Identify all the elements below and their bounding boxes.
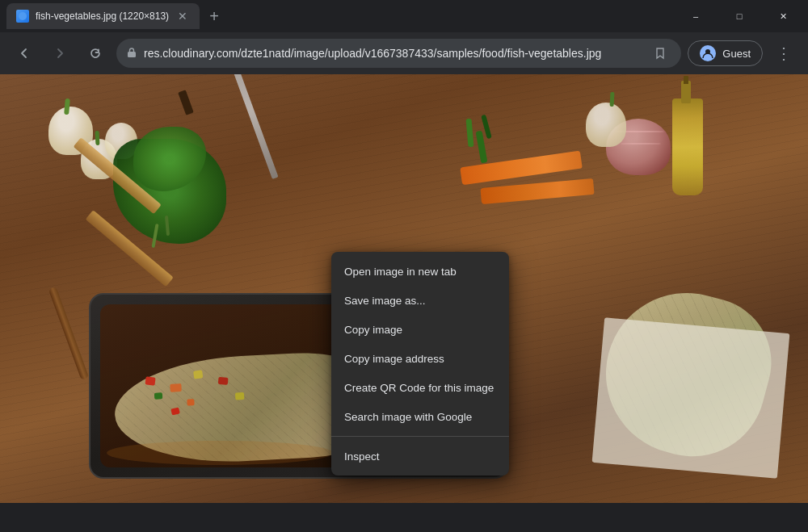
oil-bottle-cap	[684, 76, 688, 84]
context-menu: Open image in new tab Save image as... C…	[331, 252, 509, 475]
new-tab-button[interactable]: +	[203, 5, 225, 27]
yellow-veg-topping	[193, 370, 203, 379]
address-bar[interactable]: res.cloudinary.com/dzte1natd/image/uploa…	[116, 39, 681, 68]
maximize-button[interactable]: □	[721, 3, 758, 29]
oil-bottle-neck-decoration	[681, 81, 691, 103]
onion-layer2	[621, 143, 661, 145]
green-veg-topping	[154, 392, 162, 400]
reload-button[interactable]	[81, 39, 110, 68]
forward-button[interactable]	[45, 39, 74, 68]
context-menu-item-open-new-tab[interactable]: Open image in new tab	[331, 257, 509, 286]
context-menu-item-create-qr[interactable]: Create QR Code for this image	[331, 373, 509, 402]
context-menu-item-copy-image[interactable]: Copy image	[331, 315, 509, 344]
knife-decoration	[222, 74, 278, 179]
profile-label: Guest	[722, 48, 751, 60]
profile-button[interactable]: Guest	[688, 40, 763, 66]
browser-content: Open image in new tab Save image as... C…	[0, 74, 808, 503]
carrot1-decoration	[460, 151, 583, 186]
red-veg-topping2	[218, 377, 229, 385]
bookmark-button[interactable]	[649, 42, 671, 65]
pan-sauce	[107, 441, 333, 465]
context-menu-item-search-google[interactable]: Search image with Google	[331, 402, 509, 431]
oil-bottle-decoration	[672, 98, 703, 195]
garlic-right-decoration	[586, 103, 626, 147]
red-veg-topping	[145, 376, 155, 385]
garlic-right-stem	[610, 92, 615, 107]
orange-veg-topping2	[187, 399, 194, 405]
active-tab[interactable]: fish-vegetables.jpg (1220×813) ✕	[6, 3, 200, 29]
tab-close-button[interactable]: ✕	[175, 9, 190, 23]
chrome-menu-button[interactable]: ⋮	[769, 39, 798, 68]
window-controls: – □ ✕	[677, 3, 802, 29]
carrot-top2	[465, 119, 473, 147]
context-menu-divider	[331, 436, 509, 437]
tab-title: fish-vegetables.jpg (1220×813)	[36, 10, 169, 22]
tab-favicon	[16, 10, 29, 23]
context-menu-item-inspect[interactable]: Inspect	[331, 442, 509, 471]
close-button[interactable]: ✕	[764, 3, 802, 29]
knife-handle	[178, 90, 194, 115]
url-text: res.cloudinary.com/dzte1natd/image/uploa…	[144, 47, 642, 60]
back-button[interactable]	[10, 39, 39, 68]
svg-point-0	[19, 12, 27, 20]
paper-decoration	[592, 317, 790, 478]
svg-rect-1	[128, 52, 136, 57]
navigation-bar: res.cloudinary.com/dzte1natd/image/uploa…	[0, 32, 808, 74]
minimize-button[interactable]: –	[677, 3, 714, 29]
context-menu-item-save-image[interactable]: Save image as...	[331, 286, 509, 315]
pan-handle-left	[48, 287, 89, 380]
security-icon	[126, 47, 137, 61]
carrot2-decoration	[480, 178, 594, 204]
yellow-veg-topping2	[235, 392, 244, 400]
context-menu-item-copy-image-address[interactable]: Copy image address	[331, 344, 509, 373]
garlic-stem2	[95, 131, 100, 145]
orange-veg-topping	[170, 383, 182, 392]
title-bar: fish-vegetables.jpg (1220×813) ✕ + – □ ✕	[0, 0, 808, 32]
profile-avatar	[700, 45, 716, 61]
